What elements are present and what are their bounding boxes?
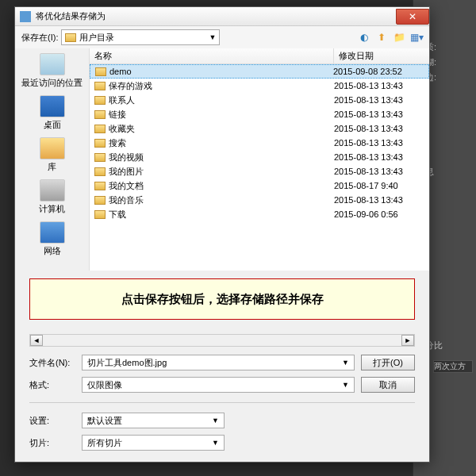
divider (29, 402, 415, 403)
file-row[interactable]: 我的视频2015-08-13 13:43 (90, 150, 429, 164)
file-date: 2015-08-13 13:43 (334, 152, 428, 162)
places-sidebar: 最近访问的位置 桌面 库 计算机 网络 (15, 48, 90, 271)
back-icon[interactable]: ◐ (358, 31, 370, 44)
folder-icon (94, 153, 106, 162)
file-date: 2015-09-08 23:52 (333, 67, 427, 76)
file-name: 联系人 (109, 94, 334, 106)
scroll-left-icon[interactable]: ◄ (30, 335, 43, 346)
settings-label: 设置: (29, 415, 75, 427)
new-folder-icon[interactable]: 📁 (393, 31, 405, 44)
folder-icon (94, 110, 106, 119)
file-name: 我的文档 (109, 180, 334, 192)
file-date: 2015-08-13 13:43 (334, 167, 428, 176)
file-name: 搜索 (109, 137, 334, 149)
title-text: 将优化结果存储为 (36, 10, 396, 22)
folder-icon (94, 82, 106, 90)
folder-icon (94, 182, 106, 190)
titlebar: 将优化结果存储为 ✕ (15, 7, 429, 26)
sidebar-item-library[interactable]: 库 (40, 137, 65, 173)
sidebar-item-desktop[interactable]: 桌面 (40, 95, 65, 131)
file-date: 2015-08-17 9:40 (334, 181, 428, 190)
file-date: 2015-09-06 0:56 (334, 209, 428, 219)
file-date: 2015-08-13 13:43 (334, 81, 428, 90)
open-button[interactable]: 打开(O) (361, 355, 415, 370)
save-dialog: 将优化结果存储为 ✕ 保存在(I): 用户目录 ▼ ◐ ⬆ 📁 ▦▾ 最近访问的… (14, 6, 430, 463)
sidebar-item-computer[interactable]: 计算机 (39, 179, 65, 215)
folder-icon (94, 125, 106, 133)
file-row[interactable]: 链接2015-08-13 13:43 (90, 107, 429, 121)
file-row[interactable]: 下载2015-09-06 0:56 (90, 207, 429, 221)
format-label: 格式: (29, 379, 75, 391)
chevron-down-icon: ▼ (342, 381, 349, 389)
file-name: 链接 (109, 109, 334, 121)
up-icon[interactable]: ⬆ (375, 31, 388, 44)
column-date[interactable]: 修改日期 (334, 48, 429, 63)
slice-dropdown[interactable]: 所有切片 ▼ (82, 435, 225, 451)
file-date: 2015-08-13 13:43 (334, 138, 428, 148)
folder-icon (94, 167, 106, 176)
file-list[interactable]: demo2015-09-08 23:52保存的游戏2015-08-13 13:4… (90, 64, 429, 271)
file-name: 保存的游戏 (109, 80, 334, 92)
close-button[interactable]: ✕ (396, 9, 429, 25)
settings-dropdown[interactable]: 默认设置 ▼ (82, 413, 225, 428)
chevron-down-icon: ▼ (212, 439, 219, 447)
folder-icon (95, 67, 106, 76)
chevron-down-icon: ▼ (342, 359, 349, 367)
app-icon (20, 11, 31, 22)
path-value: 用户目录 (79, 32, 114, 44)
file-row[interactable]: 联系人2015-08-13 13:43 (90, 93, 429, 107)
chevron-down-icon: ▼ (212, 416, 219, 424)
column-name[interactable]: 名称 (90, 48, 334, 63)
bg-quality2-input[interactable] (433, 360, 473, 373)
folder-icon (94, 196, 106, 205)
recent-places-icon (40, 53, 65, 75)
file-row[interactable]: 保存的游戏2015-08-13 13:43 (90, 79, 429, 93)
file-row[interactable]: 收藏夹2015-08-13 13:43 (90, 121, 429, 136)
horizontal-scrollbar[interactable]: ◄ ► (29, 334, 415, 347)
library-icon (40, 137, 65, 159)
file-row[interactable]: 我的图片2015-08-13 13:43 (90, 164, 429, 178)
file-list-header: 名称 修改日期 (90, 48, 429, 64)
scroll-right-icon[interactable]: ► (401, 335, 414, 346)
file-date: 2015-08-13 13:43 (334, 109, 428, 119)
instruction-callout: 点击保存按钮后，选择存储路径并保存 (29, 278, 415, 320)
filename-input[interactable]: 切片工具demo图.jpg ▼ (82, 355, 355, 370)
save-in-label: 保存在(I): (21, 32, 58, 44)
format-dropdown[interactable]: 仅限图像 ▼ (82, 377, 355, 393)
scroll-track[interactable] (43, 335, 401, 346)
close-icon: ✕ (409, 11, 416, 22)
sidebar-item-network[interactable]: 网络 (40, 221, 65, 257)
file-row[interactable]: demo2015-09-08 23:52 (90, 64, 429, 79)
path-dropdown[interactable]: 用户目录 ▼ (61, 29, 220, 45)
cancel-button[interactable]: 取消 (361, 377, 415, 393)
chevron-down-icon: ▼ (209, 33, 217, 41)
file-row[interactable]: 我的音乐2015-08-13 13:43 (90, 193, 429, 207)
computer-icon (40, 179, 65, 202)
file-name: 我的音乐 (109, 194, 334, 206)
slice-label: 切片: (29, 437, 75, 449)
file-date: 2015-08-13 13:43 (334, 195, 428, 205)
folder-icon (94, 96, 106, 105)
sidebar-item-recent[interactable]: 最近访问的位置 (21, 53, 83, 89)
file-date: 2015-08-13 13:43 (334, 124, 428, 133)
path-toolbar: 保存在(I): 用户目录 ▼ ◐ ⬆ 📁 ▦▾ (15, 26, 429, 48)
file-row[interactable]: 我的文档2015-08-17 9:40 (90, 178, 429, 193)
file-row[interactable]: 搜索2015-08-13 13:43 (90, 136, 429, 150)
folder-icon (65, 33, 76, 42)
view-menu-icon[interactable]: ▦▾ (410, 31, 423, 44)
file-name: 我的图片 (109, 166, 334, 178)
file-name: 收藏夹 (109, 123, 334, 135)
file-name: 我的视频 (109, 152, 334, 163)
filename-label: 文件名(N): (29, 357, 75, 369)
folder-icon (94, 210, 106, 219)
desktop-icon (40, 95, 65, 117)
folder-icon (94, 139, 106, 148)
file-list-area: 名称 修改日期 demo2015-09-08 23:52保存的游戏2015-08… (90, 48, 429, 271)
network-icon (40, 221, 65, 244)
file-name: 下载 (109, 209, 334, 221)
file-date: 2015-08-13 13:43 (334, 95, 428, 105)
file-name: demo (109, 67, 333, 76)
